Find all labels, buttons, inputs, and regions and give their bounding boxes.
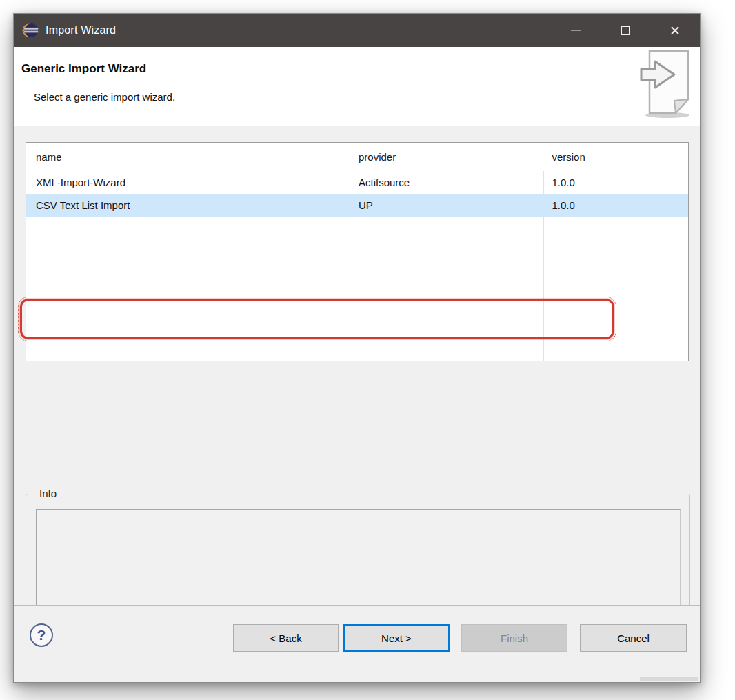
cell-provider: Actifsource	[349, 177, 542, 188]
close-icon: ✕	[669, 24, 681, 37]
minimize-button[interactable]	[551, 14, 601, 47]
table-row-csv-text-list-import-selected[interactable]: CSV Text List Import UP 1.0.0	[26, 194, 688, 217]
maximize-icon	[621, 26, 630, 35]
table-header-row: name provider version	[26, 143, 688, 171]
back-button[interactable]: < Back	[233, 624, 339, 652]
close-button[interactable]: ✕	[650, 14, 700, 47]
cancel-button[interactable]: Cancel	[580, 624, 687, 652]
page-subtitle: Select a generic import wizard.	[34, 91, 175, 103]
window-controls: ✕	[551, 14, 700, 47]
maximize-button[interactable]	[601, 14, 650, 47]
next-button[interactable]: Next >	[343, 624, 450, 652]
button-bar: ? < Back Next > Finish Cancel	[14, 606, 700, 682]
window-title: Import Wizard	[46, 24, 116, 37]
cell-version: 1.0.0	[542, 177, 688, 188]
cell-name: XML-Import-Wizard	[26, 177, 349, 188]
page-title: Generic Import Wizard	[21, 62, 146, 76]
eclipse-logo-icon	[22, 21, 40, 39]
column-header-name[interactable]: name	[26, 151, 349, 163]
cell-provider: UP	[349, 199, 542, 211]
screenshot-stage: Import Wizard ✕ Generic Import Wizard Se…	[0, 0, 735, 700]
wizard-content: name provider version XML-Import-Wizard …	[14, 126, 700, 605]
table-row-xml-import-wizard[interactable]: XML-Import-Wizard Actifsource 1.0.0	[26, 171, 688, 194]
minimize-icon	[571, 30, 581, 31]
column-header-version[interactable]: version	[542, 151, 688, 163]
cell-name: CSV Text List Import	[26, 199, 349, 211]
help-icon: ?	[37, 627, 46, 643]
finish-button[interactable]: Finish	[461, 624, 567, 652]
resize-grip[interactable]	[640, 677, 698, 681]
column-header-provider[interactable]: provider	[349, 151, 542, 163]
title-bar[interactable]: Import Wizard ✕	[14, 14, 700, 47]
import-wizard-dialog: Import Wizard ✕ Generic Import Wizard Se…	[13, 13, 701, 683]
cell-version: 1.0.0	[542, 199, 688, 211]
help-button[interactable]: ?	[30, 623, 53, 647]
wizard-header: Generic Import Wizard Select a generic i…	[14, 47, 700, 126]
wizard-selection-table[interactable]: name provider version XML-Import-Wizard …	[26, 142, 689, 361]
import-wizard-icon	[638, 48, 694, 120]
info-group-label: Info	[36, 488, 60, 499]
